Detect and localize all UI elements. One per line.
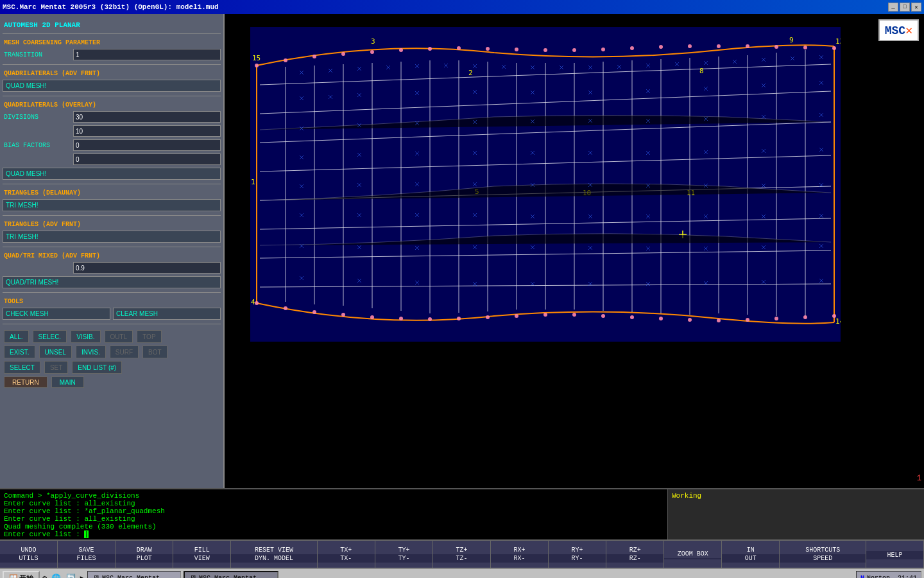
frame-number: 1: [917, 474, 921, 483]
quadtri-input[interactable]: [73, 262, 221, 274]
zoom-box-btn[interactable]: ZOOM BOX: [664, 550, 721, 558]
menu-shortcuts[interactable]: SHORTCUTS SPEED: [780, 541, 866, 568]
left-panel: AUTOMESH 2D PLANAR MESH COARSENING PARAM…: [0, 14, 225, 488]
svg-point-37: [688, 44, 692, 48]
speed-btn[interactable]: SPEED: [780, 554, 866, 563]
reset-view-btn[interactable]: RESET VIEW: [231, 546, 317, 554]
select-btn[interactable]: SELECT: [4, 361, 40, 374]
menu-zoom[interactable]: ZOOM BOX: [664, 541, 722, 568]
menu-draw[interactable]: DRAW PLOT: [116, 541, 173, 568]
taskbar-app-1[interactable]: 🖥 MSC.Marc Mentat ...: [87, 571, 181, 578]
menu-help[interactable]: HELP: [866, 541, 924, 568]
main-btn[interactable]: MAIN: [51, 376, 84, 388]
tz-minus-btn[interactable]: TZ-: [433, 554, 490, 563]
return-btn[interactable]: RETURN: [4, 376, 47, 388]
visib-btn[interactable]: VISIB.: [71, 330, 100, 343]
close-btn[interactable]: ✕: [911, 3, 921, 12]
menu-save[interactable]: SAVE FILES: [58, 541, 116, 568]
quad-mesh-advfrnt-btn[interactable]: QUAD MESH!: [3, 80, 221, 92]
ry-plus-btn[interactable]: RY+: [549, 546, 606, 554]
out-btn[interactable]: OUT: [722, 554, 779, 563]
bot-btn[interactable]: BOT: [142, 346, 167, 358]
svg-point-60: [746, 318, 749, 322]
draw-btn[interactable]: DRAW: [116, 546, 173, 554]
bias-row: BIAS FACTORS: [3, 139, 221, 151]
divisions-row: DIVISIONS: [3, 111, 221, 123]
outl-btn[interactable]: OUTL: [105, 330, 133, 343]
end-list-btn[interactable]: END LIST (#): [72, 361, 122, 374]
svg-point-34: [601, 48, 605, 51]
divisions-input-2[interactable]: [73, 125, 221, 137]
shortcuts-btn[interactable]: SHORTCUTS: [780, 546, 866, 554]
cmd-line-3: Enter curve list : *af_planar_quadmesh: [4, 507, 663, 515]
taskbar-app-2[interactable]: 🖥 MSC.Marc Mentat ...: [184, 571, 278, 578]
rz-plus-btn[interactable]: RZ+: [606, 546, 663, 554]
coarsening-title: MESH COARSENING PARAMETER: [3, 38, 221, 48]
tx-plus-btn[interactable]: TX+: [318, 546, 375, 554]
menu-ty[interactable]: TY+ TY-: [375, 541, 433, 568]
files-btn[interactable]: FILES: [58, 554, 115, 563]
menu-inout[interactable]: IN OUT: [722, 541, 780, 568]
top-btn[interactable]: TOP: [137, 330, 161, 343]
start-button[interactable]: 🪟 开始: [3, 571, 40, 579]
fill-btn[interactable]: FILL: [173, 546, 230, 554]
view-btn[interactable]: VIEW: [173, 554, 230, 563]
ry-minus-btn[interactable]: RY-: [549, 554, 606, 563]
tx-minus-btn[interactable]: TX-: [318, 554, 375, 563]
svg-point-43: [255, 301, 259, 305]
save-btn[interactable]: SAVE: [58, 546, 115, 554]
plot-btn[interactable]: PLOT: [116, 554, 173, 563]
bias-input-1[interactable]: [73, 139, 221, 151]
minimize-btn[interactable]: _: [888, 3, 898, 12]
exist-btn[interactable]: EXIST.: [4, 346, 35, 358]
clear-mesh-btn[interactable]: CLEAR MESH: [113, 308, 221, 320]
in-btn[interactable]: IN: [722, 546, 779, 554]
set-btn[interactable]: SET: [44, 361, 68, 374]
tz-plus-btn[interactable]: TZ+: [433, 546, 490, 554]
quad-mesh-overlay-btn[interactable]: QUAD MESH!: [3, 168, 221, 180]
undo-btn[interactable]: UNDO: [0, 546, 57, 554]
automesh-title: AUTOMESH 2D PLANAR: [3, 19, 221, 31]
maximize-btn[interactable]: □: [900, 3, 910, 12]
svg-text:3: 3: [371, 37, 375, 46]
invis-btn[interactable]: INVIS.: [76, 346, 106, 358]
menu-rz[interactable]: RZ+ RZ-: [606, 541, 664, 568]
divisions-label: DIVISIONS: [3, 112, 73, 122]
tri-mesh-advfrnt-btn[interactable]: TRI MESH!: [3, 231, 221, 243]
divisions-input-1[interactable]: [73, 111, 221, 123]
all-btn[interactable]: ALL.: [4, 330, 29, 343]
selec-btn[interactable]: SELEC.: [33, 330, 67, 343]
quadtri-mesh-btn[interactable]: QUAD/TRI MESH!: [3, 276, 221, 288]
menu-ry[interactable]: RY+ RY-: [549, 541, 606, 568]
svg-point-36: [659, 45, 663, 49]
help-btn[interactable]: HELP: [866, 551, 923, 559]
zoom-bot-btn[interactable]: [664, 558, 721, 559]
menu-undo[interactable]: UNDO UTILS: [0, 541, 58, 568]
unsel-btn[interactable]: UNSEL: [39, 346, 72, 358]
check-mesh-btn[interactable]: CHECK MESH: [3, 308, 110, 320]
menu-resetview[interactable]: RESET VIEW DYN. MODEL: [231, 541, 318, 568]
utils-btn[interactable]: UTILS: [0, 554, 57, 563]
bias-input-2[interactable]: [73, 153, 221, 165]
menu-bar: UNDO UTILS SAVE FILES DRAW PLOT FILL VIE…: [0, 539, 924, 568]
quadtri-row: [3, 262, 221, 274]
rz-minus-btn[interactable]: RZ-: [606, 554, 663, 563]
tri-mesh-delaunay-btn[interactable]: TRI MESH!: [3, 199, 221, 211]
menu-tz[interactable]: TZ+ TZ-: [433, 541, 491, 568]
svg-point-40: [774, 45, 778, 49]
menu-fill[interactable]: FILL VIEW: [173, 541, 231, 568]
dyn-model-btn[interactable]: DYN. MODEL: [231, 554, 317, 563]
transition-input[interactable]: [73, 49, 221, 60]
tri-delaunay-title: TRIANGLES (DELAUNAY): [3, 188, 221, 198]
rx-minus-btn[interactable]: RX-: [491, 554, 548, 563]
title-controls[interactable]: _ □ ✕: [888, 3, 921, 12]
menu-tx[interactable]: TX+ TX-: [318, 541, 375, 568]
svg-point-58: [688, 318, 692, 322]
rx-plus-btn[interactable]: RX+: [491, 546, 548, 554]
window-title: MSC.Marc Mentat 2005r3 (32bit) (OpenGL):…: [3, 3, 219, 11]
surf-btn[interactable]: SURF: [110, 346, 139, 358]
ty-plus-btn[interactable]: TY+: [375, 546, 432, 554]
svg-text:1: 1: [251, 178, 255, 186]
ty-minus-btn[interactable]: TY-: [375, 554, 432, 563]
menu-rx[interactable]: RX+ RX-: [491, 541, 549, 568]
